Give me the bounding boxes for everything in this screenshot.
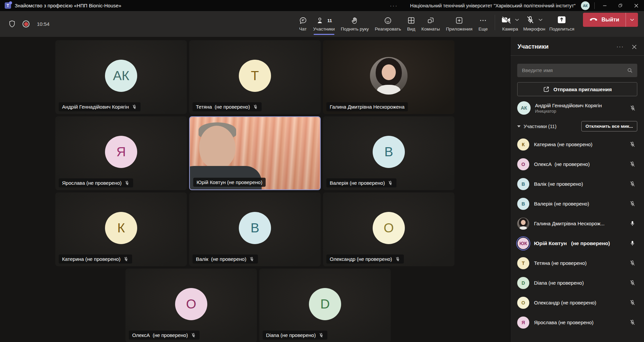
participant-tile[interactable]: DDiana (не проверено) [259,269,391,342]
more-button[interactable]: Еще [475,13,490,36]
mic-off-icon [388,180,393,186]
participant-tile[interactable]: Юрій Ковтун (не проверено) [189,116,321,190]
mic-on-icon[interactable] [629,240,636,246]
participant-row[interactable]: DDiana (не проверено) [511,273,644,293]
participants-count-badge: 11 [327,18,332,23]
name-label: Галина Дмитрівна Нескорожена [326,102,408,111]
react-label: Реагировать [375,26,401,32]
host-row[interactable]: АК Андрій Геннадійович Корягін Инициатор [511,96,644,115]
send-invite-button[interactable]: Отправка приглашения [517,82,637,96]
participant-tile[interactable]: Галина Дмитрівна Нескорожена [323,40,454,114]
breakout-rooms-icon [427,16,435,25]
microphone-button[interactable]: Микрофон [521,13,547,36]
participant-tile[interactable]: ЯЯрослава (не проверено) [55,116,187,190]
participant-tile[interactable]: ТТетяна (не проверено) [189,40,321,114]
react-button[interactable]: Реагировать [372,13,404,36]
participant-name: Юрій Ковтун (не проверено) [534,240,625,246]
collapse-chevron-icon[interactable] [517,125,521,127]
mic-off-icon [526,15,535,24]
mic-off-icon[interactable] [629,319,636,326]
camera-button[interactable]: Камера [499,13,521,36]
raise-hand-button[interactable]: Поднять руку [338,13,372,36]
restore-button[interactable] [612,0,628,11]
avatar: Я [105,136,137,168]
participant-name: Валерія (не проверено) [534,201,625,207]
chat-button[interactable]: Чат [296,13,310,36]
panel-title: Участники [518,43,616,50]
participant-tile[interactable]: ВВалік (не проверено) [189,192,321,266]
participant-name: Галина Дмитрівна Нескорож... [534,221,625,226]
mic-chevron-icon[interactable] [538,18,543,21]
security-shield-icon[interactable] [9,20,15,28]
participant-tile[interactable]: ВВалерія (не проверено) [323,116,454,190]
participant-row[interactable]: ВВалерія (не проверено) [511,194,644,214]
avatar: В [373,136,405,168]
search-input[interactable] [522,67,627,73]
name-label: Катерина (не проверено) [59,254,132,264]
participant-row[interactable]: ЯЯрослава (не проверено) [511,312,644,332]
participant-row[interactable]: ТТетяна (не проверено) [511,253,644,273]
participant-row[interactable]: ВВалік (не проверено) [511,174,644,194]
mic-off-icon[interactable] [629,161,636,167]
mic-on-icon[interactable] [629,220,636,227]
mic-off-icon[interactable] [629,201,636,207]
leave-chevron-icon[interactable] [626,13,638,27]
avatar: О [373,212,405,244]
participant-name: Валік (не проверено) [534,181,625,187]
share-screen-button[interactable]: Поделиться [547,13,577,36]
leave-button[interactable]: Выйти [583,13,638,27]
search-icon[interactable] [627,67,633,74]
participant-tile[interactable]: ККатерина (не проверено) [55,192,187,266]
participant-row[interactable]: Галина Дмитрівна Нескорож... [511,214,644,233]
mic-off-icon[interactable] [629,141,636,148]
teams-logo-icon: T [5,2,11,9]
rooms-button[interactable]: Комнаты [418,13,443,36]
participants-icon [316,16,324,25]
minimize-button[interactable] [597,0,612,11]
participant-name: Ярослава (не проверено) [534,320,625,325]
mic-off-icon[interactable] [629,280,636,286]
section-label: Участники (11) [524,124,556,129]
participant-row[interactable]: ООлексА (не проверено) [511,154,644,174]
invite-share-icon [543,86,550,93]
panel-more-button[interactable]: ··· [616,44,624,50]
view-button[interactable]: Вид [404,13,418,36]
avatar: АК [105,60,137,92]
avatar: О [517,297,529,309]
participant-tile[interactable]: АКАндрій Геннадійович Корягін [55,40,187,114]
mic-off-icon[interactable] [629,299,636,306]
chat-icon [299,16,307,25]
apps-button[interactable]: Приложения [443,13,475,36]
camera-label: Камера [502,26,518,32]
meeting-title: Знайомство з професією «НПП Bionic-House… [15,3,121,8]
mic-off-icon[interactable] [630,105,636,111]
camera-chevron-icon[interactable] [515,18,519,21]
mic-off-icon[interactable] [629,181,636,187]
avatar: В [239,212,271,244]
participant-tile[interactable]: ООлексА (не проверено) [125,269,257,342]
avatar: Т [517,257,529,269]
participant-name: Катерина (не проверено) [534,141,625,147]
recording-indicator-icon[interactable] [22,20,30,27]
account-avatar[interactable]: АК [581,1,590,10]
apps-label: Приложения [446,26,472,32]
close-button[interactable] [628,0,644,11]
meeting-toolbar: 10:54 Чат 11 У [0,11,644,37]
mic-off-icon [253,104,258,110]
profile-photo [517,218,529,230]
participant-row[interactable]: ЮКЮрій Ковтун (не проверено) [511,233,644,253]
participant-row[interactable]: ООлександр (не проверено) [511,293,644,312]
participant-name: Diana (не проверено) [534,280,625,286]
panel-close-button[interactable] [632,45,637,49]
mic-off-icon [395,256,400,262]
mute-all-button[interactable]: Отключить все мик... [581,121,637,131]
participant-tile[interactable]: ООлександр (не проверено) [323,192,454,266]
participants-panel: Участники ··· Отправка приглашения [510,37,644,342]
participant-row[interactable]: ККатерина (не проверено) [511,134,644,154]
mic-label: Микрофон [523,26,545,32]
participants-button[interactable]: 11 Участники [310,13,338,36]
participant-name: Олександр (не проверено) [534,300,625,305]
name-label: Андрій Геннадійович Корягін [59,102,141,111]
mic-off-icon[interactable] [629,260,636,266]
titlebar-overflow-button[interactable]: ··· [390,3,398,8]
